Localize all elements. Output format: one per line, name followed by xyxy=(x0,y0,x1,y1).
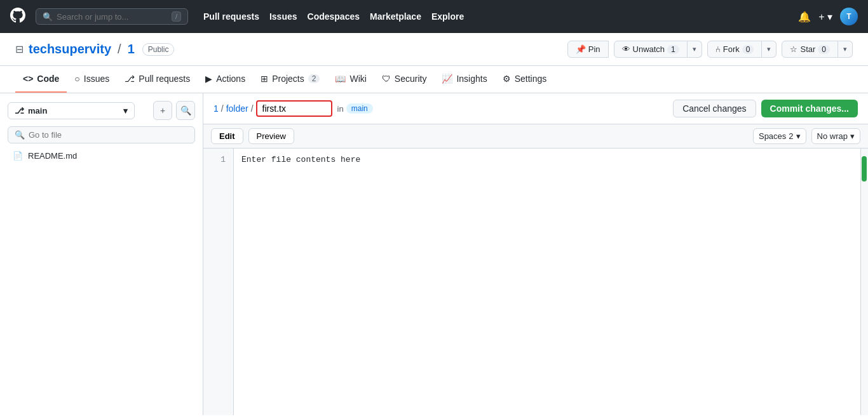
unwatch-dropdown[interactable]: ▾ xyxy=(688,41,702,58)
search-shortcut: / xyxy=(172,11,181,22)
editor-header: 1 / folder / in main Cancel changes Comm… xyxy=(203,93,868,124)
branch-label: in main xyxy=(337,103,373,114)
chevron-down-icon: ▾ xyxy=(796,131,801,141)
tab-pull-requests[interactable]: ⎇ Pull requests xyxy=(117,66,198,93)
new-button[interactable]: + ▾ xyxy=(818,11,832,23)
avatar[interactable]: T xyxy=(840,8,858,25)
github-logo[interactable] xyxy=(10,8,25,26)
top-navigation: 🔍 / Pull requests Issues Codespaces Mark… xyxy=(0,0,868,33)
tab-settings-label: Settings xyxy=(515,74,547,84)
sidebar-actions: + 🔍 xyxy=(153,101,195,120)
search-bar[interactable]: 🔍 / xyxy=(36,8,188,25)
unwatch-group: 👁 Unwatch 1 ▾ xyxy=(614,41,702,58)
file-search-input[interactable] xyxy=(29,130,188,140)
fork-group: ⑃ Fork 0 ▾ xyxy=(707,41,777,58)
repo-separator: / xyxy=(118,42,121,56)
tab-settings[interactable]: ⚙ Settings xyxy=(495,66,555,93)
nav-links: Pull requests Issues Codespaces Marketpl… xyxy=(203,11,464,22)
tab-code-label: Code xyxy=(37,74,59,84)
scrollbar-thumb[interactable] xyxy=(862,156,867,182)
repo-header: ⊟ techsupervity / 1 Public 📌 Pin 👁 Unwat… xyxy=(0,33,868,66)
insights-icon: 📈 xyxy=(442,74,452,84)
repo-name[interactable]: 1 xyxy=(128,42,135,56)
breadcrumb-sep1: / xyxy=(221,103,224,114)
star-label: Star xyxy=(800,44,815,54)
pin-group: 📌 Pin xyxy=(567,41,609,58)
code-editor: 1 Enter file contents here xyxy=(203,149,868,415)
unwatch-button[interactable]: 👁 Unwatch 1 xyxy=(614,41,688,58)
watch-count: 1 xyxy=(667,45,679,54)
tab-security[interactable]: 🛡 Security xyxy=(374,66,435,93)
search-file-button[interactable]: 🔍 xyxy=(176,101,195,120)
list-item[interactable]: 📄 README.md xyxy=(8,149,195,163)
edit-tab[interactable]: Edit xyxy=(211,128,243,144)
tab-projects-label: Projects xyxy=(272,74,304,84)
star-icon: ☆ xyxy=(790,44,797,54)
fork-count: 0 xyxy=(742,45,754,54)
projects-icon: ⊞ xyxy=(261,74,268,84)
pin-icon: 📌 xyxy=(576,44,586,54)
tab-actions[interactable]: ▶ Actions xyxy=(198,66,253,93)
sidebar-header: ⎇ main ▾ + 🔍 xyxy=(8,101,195,120)
spaces-selector[interactable]: Spaces 2 ▾ xyxy=(753,128,806,144)
fork-label: Fork xyxy=(723,44,740,54)
tab-insights[interactable]: 📈 Insights xyxy=(434,66,494,93)
nav-marketplace[interactable]: Marketplace xyxy=(370,11,421,22)
filename-input[interactable] xyxy=(256,100,332,117)
repo-actions: 📌 Pin 👁 Unwatch 1 ▾ ⑃ Fork 0 ▾ ☆ Star xyxy=(567,41,853,58)
line-numbers: 1 xyxy=(203,149,234,415)
search-icon: 🔍 xyxy=(15,130,25,140)
nav-explore[interactable]: Explore xyxy=(431,11,464,22)
pin-button[interactable]: 📌 Pin xyxy=(567,41,609,58)
issues-icon: ○ xyxy=(74,74,79,84)
star-dropdown[interactable]: ▾ xyxy=(838,41,853,58)
settings-icon: ⚙ xyxy=(503,74,511,84)
add-file-button[interactable]: + xyxy=(153,101,172,120)
security-icon: 🛡 xyxy=(382,74,391,84)
repo-owner[interactable]: techsupervity xyxy=(29,42,111,56)
tab-security-label: Security xyxy=(395,74,427,84)
sidebar: ⎇ main ▾ + 🔍 🔍 📄 README.md xyxy=(0,93,203,415)
wrap-label: No wrap xyxy=(817,131,848,141)
breadcrumb-root[interactable]: 1 xyxy=(214,103,219,114)
tab-issues[interactable]: ○ Issues xyxy=(67,66,117,93)
actions-icon: ▶ xyxy=(205,74,212,84)
search-input[interactable] xyxy=(57,12,168,22)
commit-changes-button[interactable]: Commit changes... xyxy=(761,100,858,117)
cancel-changes-button[interactable]: Cancel changes xyxy=(673,100,756,117)
nav-pull-requests[interactable]: Pull requests xyxy=(203,11,259,22)
notification-button[interactable]: 🔔 xyxy=(798,11,811,23)
branch-icon: ⎇ xyxy=(15,106,24,116)
repo-tabs: <> Code ○ Issues ⎇ Pull requests ▶ Actio… xyxy=(0,66,868,93)
nav-right: 🔔 + ▾ T xyxy=(798,8,858,25)
tab-insights-label: Insights xyxy=(456,74,487,84)
wrap-selector[interactable]: No wrap ▾ xyxy=(811,128,860,144)
star-button[interactable]: ☆ Star 0 xyxy=(782,41,838,58)
go-to-file-input[interactable]: 🔍 xyxy=(8,126,195,143)
nav-codespaces[interactable]: Codespaces xyxy=(308,11,360,22)
tab-actions-label: Actions xyxy=(216,74,245,84)
branch-tag[interactable]: main xyxy=(346,103,373,114)
tab-wiki[interactable]: 📖 Wiki xyxy=(327,66,374,93)
preview-tab[interactable]: Preview xyxy=(248,128,294,144)
projects-count: 2 xyxy=(308,74,320,83)
tab-projects[interactable]: ⊞ Projects 2 xyxy=(253,66,327,93)
fork-button[interactable]: ⑃ Fork 0 xyxy=(707,41,763,58)
breadcrumb-sep2: / xyxy=(251,103,254,114)
fork-dropdown[interactable]: ▾ xyxy=(762,41,776,58)
spaces-label: Spaces xyxy=(759,131,786,141)
tab-code[interactable]: <> Code xyxy=(15,66,67,93)
code-content[interactable]: Enter file contents here xyxy=(234,149,860,415)
repo-icon: ⊟ xyxy=(15,43,24,55)
nav-issues[interactable]: Issues xyxy=(269,11,297,22)
branch-selector[interactable]: ⎇ main ▾ xyxy=(8,102,135,119)
pr-icon: ⎇ xyxy=(125,74,135,84)
scrollbar-track[interactable] xyxy=(860,149,868,415)
star-group: ☆ Star 0 ▾ xyxy=(782,41,853,58)
breadcrumb-folder[interactable]: folder xyxy=(226,103,248,114)
chevron-down-icon: ▾ xyxy=(850,131,855,141)
star-count: 0 xyxy=(818,45,830,54)
branch-in-label: in xyxy=(337,104,344,114)
file-name: README.md xyxy=(28,151,77,161)
line-number-1: 1 xyxy=(211,155,226,164)
